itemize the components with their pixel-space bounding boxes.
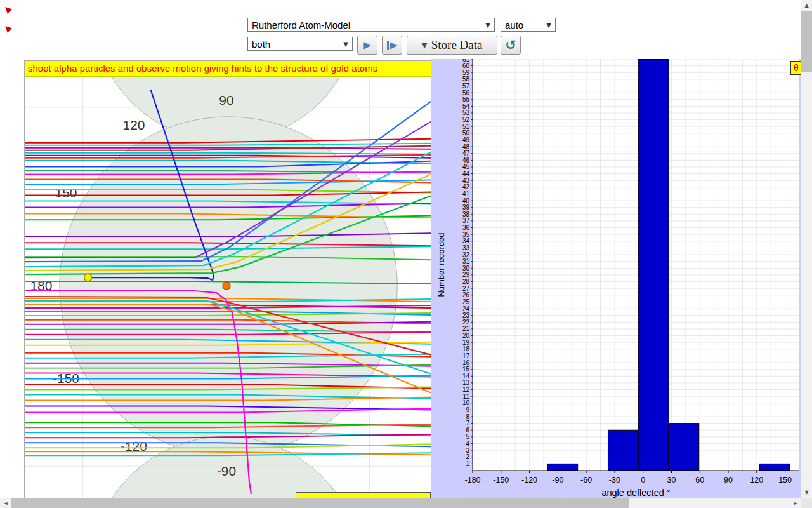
svg-text:15: 15: [462, 366, 470, 373]
simulation-canvas[interactable]: 90120150180-150-120-90: [25, 77, 431, 508]
svg-text:25: 25: [462, 298, 470, 305]
svg-text:6: 6: [466, 427, 469, 434]
vertical-scrollbar[interactable]: ▲ ▼: [801, 0, 812, 498]
svg-text:-180: -180: [464, 476, 480, 485]
svg-text:35: 35: [462, 231, 470, 238]
svg-text:8: 8: [466, 413, 469, 420]
store-data-button[interactable]: ▼ Store Data: [407, 36, 497, 55]
svg-text:23: 23: [462, 312, 470, 319]
svg-text:-90: -90: [552, 476, 563, 485]
theta-readout: θ =: [790, 61, 801, 75]
svg-text:51: 51: [462, 123, 470, 130]
trajectory-plot: 90120150180-150-120-90: [25, 77, 431, 508]
auto-select[interactable]: auto ▼: [501, 18, 556, 32]
step-icon: [387, 41, 389, 50]
svg-text:60: 60: [695, 476, 704, 485]
svg-text:22: 22: [462, 319, 470, 326]
svg-text:11: 11: [463, 393, 470, 400]
svg-text:90: 90: [724, 476, 733, 485]
svg-text:150: 150: [55, 185, 77, 200]
svg-text:32: 32: [462, 251, 470, 258]
chevron-down-icon: ▼: [485, 22, 490, 29]
svg-text:43: 43: [462, 177, 470, 184]
svg-text:-150: -150: [493, 476, 509, 485]
red-marker-icon: ▶: [1, 23, 13, 35]
svg-text:14: 14: [462, 373, 470, 380]
svg-text:120: 120: [750, 476, 763, 485]
svg-text:0: 0: [641, 476, 645, 485]
svg-text:49: 49: [462, 137, 470, 144]
svg-text:59: 59: [462, 69, 470, 76]
horizontal-scrollbar[interactable]: ◄ ►: [0, 498, 801, 508]
svg-text:36: 36: [462, 224, 470, 231]
svg-text:41: 41: [462, 190, 470, 197]
svg-text:42: 42: [462, 184, 470, 190]
play-button[interactable]: ▶: [357, 36, 377, 55]
svg-text:40: 40: [462, 197, 470, 204]
svg-text:2: 2: [466, 453, 469, 460]
svg-text:29: 29: [462, 271, 470, 278]
svg-text:-60: -60: [580, 476, 592, 485]
svg-text:angle deflected °: angle deflected °: [601, 488, 670, 498]
svg-text:56: 56: [462, 90, 470, 97]
scroll-up-icon[interactable]: ▲: [801, 0, 812, 11]
svg-text:30: 30: [462, 265, 470, 272]
histogram-chart: 1234567891011121314151617181920212223242…: [431, 59, 801, 498]
reset-button[interactable]: ↺: [501, 36, 521, 55]
svg-text:5: 5: [466, 433, 469, 440]
svg-text:30: 30: [667, 476, 676, 485]
svg-text:46: 46: [462, 157, 470, 164]
model-select-value: Rutherford Atom-Model: [252, 20, 350, 30]
scrollbar-corner: [801, 498, 812, 508]
auto-select-value: auto: [505, 20, 523, 30]
vertical-scroll-thumb[interactable]: [801, 11, 812, 72]
svg-text:24: 24: [462, 305, 470, 312]
svg-text:7: 7: [466, 420, 469, 427]
svg-text:60: 60: [462, 62, 470, 69]
store-data-label: Store Data: [431, 38, 483, 52]
step-button[interactable]: ▶: [382, 36, 402, 55]
scroll-right-icon[interactable]: ►: [790, 498, 801, 508]
svg-text:-90: -90: [217, 464, 236, 478]
simulation-banner: shoot alpha particles and observe motion…: [25, 61, 431, 77]
histogram-panel: 1234567891011121314151617181920212223242…: [431, 59, 801, 498]
svg-text:19: 19: [462, 339, 470, 346]
svg-text:150: 150: [778, 476, 792, 485]
svg-text:26: 26: [462, 291, 470, 298]
svg-text:18: 18: [462, 345, 470, 352]
svg-text:61: 61: [462, 59, 470, 63]
svg-text:45: 45: [462, 163, 470, 170]
svg-text:38: 38: [462, 211, 470, 218]
svg-text:9: 9: [466, 406, 469, 413]
svg-text:20: 20: [462, 332, 470, 339]
horizontal-scroll-thumb[interactable]: [11, 498, 629, 508]
simulation-panel: shoot alpha particles and observe motion…: [24, 60, 431, 508]
svg-text:53: 53: [462, 109, 470, 116]
svg-text:54: 54: [462, 103, 470, 110]
svg-text:39: 39: [462, 204, 470, 211]
svg-text:37: 37: [462, 217, 470, 224]
svg-text:16: 16: [462, 359, 470, 366]
svg-text:-120: -120: [521, 476, 537, 485]
svg-text:28: 28: [462, 278, 470, 285]
svg-text:55: 55: [462, 96, 470, 103]
svg-text:31: 31: [462, 258, 470, 265]
svg-text:47: 47: [462, 150, 470, 157]
svg-text:21: 21: [462, 325, 470, 332]
svg-text:52: 52: [462, 116, 470, 123]
svg-text:1: 1: [466, 460, 469, 467]
play-icon: ▶: [363, 39, 371, 51]
scroll-left-icon[interactable]: ◄: [0, 498, 11, 508]
svg-text:12: 12: [462, 386, 470, 393]
svg-text:3: 3: [466, 447, 469, 454]
svg-text:17: 17: [462, 352, 470, 359]
svg-text:44: 44: [462, 170, 470, 177]
scroll-down-icon[interactable]: ▼: [801, 487, 812, 498]
svg-text:58: 58: [462, 76, 470, 83]
svg-text:Number recorded: Number recorded: [436, 232, 446, 297]
triangle-icon: ▼: [422, 41, 428, 50]
view-select[interactable]: both ▼: [247, 37, 353, 51]
svg-text:120: 120: [123, 117, 145, 132]
chevron-down-icon: ▼: [343, 41, 348, 48]
model-select[interactable]: Rutherford Atom-Model ▼: [247, 18, 495, 32]
